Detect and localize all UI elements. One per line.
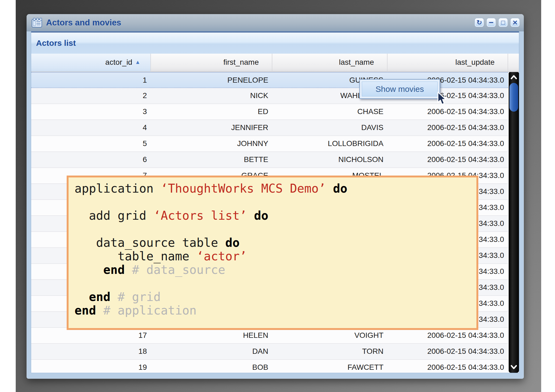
cell-last_name: LOLLOBRIGIDA	[272, 136, 388, 151]
refresh-icon: ↻	[476, 19, 482, 26]
cell-first_name: BETTE	[151, 152, 272, 167]
maximize-button[interactable]: □	[499, 18, 508, 27]
scroll-up-button[interactable]	[509, 75, 519, 80]
cell-first_name: ED	[151, 104, 272, 119]
cell-last_name: TORN	[272, 344, 388, 359]
context-menu-item-show-movies[interactable]: Show movies	[362, 82, 438, 96]
cell-last_update: 2006-02-15 04:34:33.0	[388, 360, 508, 373]
cell-first_name: HELEN	[151, 328, 272, 343]
cell-actor_id: 17	[31, 328, 151, 343]
code-overlay: application ‘ThoughtWorks MCS Demo’ do a…	[67, 176, 478, 330]
cell-last_name: NICHOLSON	[272, 152, 388, 167]
window-title: Actors and movies	[46, 18, 121, 28]
code-line: end # application	[75, 304, 476, 317]
cell-last_name: DAVIS	[272, 120, 388, 135]
column-header-label: last_update	[455, 58, 495, 66]
window-controls: ↻−□×	[475, 18, 519, 27]
cell-last_name: CHASE	[272, 104, 388, 119]
code-line: end # grid	[75, 290, 476, 304]
table-row[interactable]: 17HELENVOIGHT2006-02-15 04:34:33.0	[31, 328, 508, 344]
vertical-scrollbar[interactable]	[509, 72, 519, 373]
close-button[interactable]: ×	[511, 18, 519, 27]
cell-first_name: DAN	[151, 344, 272, 359]
maximize-icon: □	[501, 19, 505, 26]
table-header: actor_id▲first_namelast_namelast_update	[31, 54, 519, 72]
table-row[interactable]: 3EDCHASE2006-02-15 04:34:33.0	[31, 104, 508, 120]
code-line: end # data_source	[75, 263, 476, 277]
panel-title: Actors list	[36, 38, 76, 48]
cell-actor_id: 18	[31, 344, 151, 359]
column-header-label: last_name	[339, 58, 374, 66]
cell-first_name: JOHNNY	[151, 136, 272, 151]
cell-actor_id: 1	[31, 73, 151, 88]
refresh-button[interactable]: ↻	[475, 18, 484, 27]
notepad-icon	[31, 18, 43, 28]
cell-last_update: 2006-02-15 04:34:33.0	[388, 136, 508, 151]
context-menu: Show movies	[359, 79, 440, 99]
window-titlebar[interactable]: Actors and movies ↻−□×	[27, 14, 524, 31]
cell-actor_id: 19	[31, 360, 151, 373]
table-row[interactable]: 18DANTORN2006-02-15 04:34:33.0	[31, 344, 508, 360]
cell-actor_id: 2	[31, 88, 151, 103]
cell-last_name: VOIGHT	[272, 328, 388, 343]
code-snippet: application ‘ThoughtWorks MCS Demo’ do a…	[75, 182, 476, 317]
code-line: table_name ‘actor’	[75, 250, 476, 263]
code-line: add grid ‘Actors list’ do	[75, 209, 476, 222]
minimize-icon: −	[489, 21, 494, 24]
table-row[interactable]: 4JENNIFERDAVIS2006-02-15 04:34:33.0	[31, 120, 508, 136]
cell-first_name: PENELOPE	[151, 73, 272, 88]
cell-last_update: 2006-02-15 04:34:33.0	[388, 344, 508, 359]
table-row[interactable]: 19BOBFAWCETT2006-02-15 04:34:33.0	[31, 360, 508, 373]
cell-actor_id: 6	[31, 152, 151, 167]
cell-first_name: JENNIFER	[151, 120, 272, 135]
mouse-cursor-icon	[437, 92, 450, 106]
table-row[interactable]: 6BETTENICHOLSON2006-02-15 04:34:33.0	[31, 152, 508, 168]
panel-header: Actors list	[31, 33, 519, 54]
code-line	[75, 277, 476, 290]
cell-last_update: 2006-02-15 04:34:33.0	[388, 120, 508, 135]
code-line	[75, 195, 476, 209]
column-header-last_update[interactable]: last_update	[388, 54, 508, 72]
minimize-button[interactable]: −	[487, 18, 496, 27]
cell-last_update: 2006-02-15 04:34:33.0	[388, 328, 508, 343]
scrollbar-thumb[interactable]	[509, 83, 518, 112]
code-line: data_source table do	[75, 236, 476, 250]
column-header-actor_id[interactable]: actor_id▲	[31, 54, 151, 72]
chevron-up-icon	[510, 75, 517, 80]
cell-last_update: 2006-02-15 04:34:33.0	[388, 152, 508, 167]
cell-actor_id: 5	[31, 136, 151, 151]
cell-last_update: 2006-02-15 04:34:33.0	[388, 104, 508, 119]
code-line	[75, 222, 476, 236]
cell-first_name: BOB	[151, 360, 272, 373]
column-header-first_name[interactable]: first_name	[151, 54, 272, 72]
chevron-down-icon	[510, 365, 517, 370]
column-header-label: first_name	[223, 58, 259, 66]
scroll-down-button[interactable]	[509, 365, 519, 370]
cell-first_name: NICK	[151, 88, 272, 103]
cell-actor_id: 3	[31, 104, 151, 119]
code-line: application ‘ThoughtWorks MCS Demo’ do	[75, 182, 476, 195]
header-spacer	[508, 54, 519, 72]
column-header-label: actor_id	[105, 58, 133, 66]
close-icon: ×	[513, 18, 518, 27]
cell-actor_id: 4	[31, 120, 151, 135]
cell-last_name: FAWCETT	[272, 360, 388, 373]
sort-ascending-icon: ▲	[135, 59, 140, 65]
table-row[interactable]: 5JOHNNYLOLLOBRIGIDA2006-02-15 04:34:33.0	[31, 136, 508, 152]
column-header-last_name[interactable]: last_name	[272, 54, 388, 72]
